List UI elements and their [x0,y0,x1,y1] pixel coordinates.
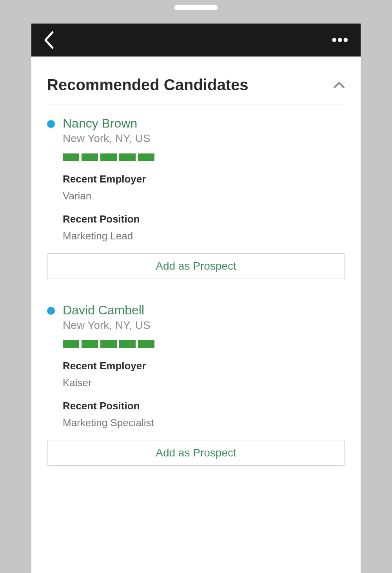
candidate-rating [63,153,345,161]
recent-position-value: Marketing Specialist [63,417,345,429]
recent-employer-value: Varian [63,190,345,202]
chevron-up-icon [333,82,345,89]
chevron-left-icon [43,31,55,49]
add-as-prospect-button[interactable]: Add as Prospect [47,253,345,279]
status-dot-icon [47,307,55,315]
more-dots-icon: ••• [332,32,349,48]
rating-segment [138,153,154,161]
collapse-toggle[interactable] [333,82,345,89]
candidate-location: New York, NY, US [63,132,345,145]
candidate-name[interactable]: Nancy Brown [63,116,345,131]
candidate-card: David Cambell New York, NY, US Recent Em… [47,291,345,466]
recent-position-label: Recent Position [63,400,345,412]
app-screen: ••• Recommended Candidates Nancy Brown [31,24,361,573]
rating-segment [100,153,117,161]
section-title: Recommended Candidates [47,76,248,94]
more-options-button[interactable]: ••• [332,33,349,47]
rating-segment [82,153,98,161]
rating-segment [100,340,117,348]
candidate-location: New York, NY, US [63,319,345,332]
rating-segment [119,340,136,348]
back-button[interactable] [43,31,55,49]
top-bar: ••• [31,24,361,57]
recent-employer-label: Recent Employer [63,360,345,372]
candidate-rating [63,340,345,348]
recent-employer-label: Recent Employer [63,173,345,185]
candidate-card: Nancy Brown New York, NY, US Recent Empl… [47,104,345,291]
candidate-name[interactable]: David Cambell [63,303,345,318]
rating-segment [82,340,98,348]
add-as-prospect-button[interactable]: Add as Prospect [47,440,345,466]
recent-employer-value: Kaiser [63,377,345,389]
rating-segment [63,340,79,348]
device-speaker [174,5,218,10]
recent-position-value: Marketing Lead [63,230,345,242]
rating-segment [138,340,154,348]
section-header[interactable]: Recommended Candidates [47,57,345,104]
rating-segment [63,153,79,161]
status-dot-icon [47,120,55,128]
rating-segment [119,153,136,161]
recent-position-label: Recent Position [63,213,345,225]
